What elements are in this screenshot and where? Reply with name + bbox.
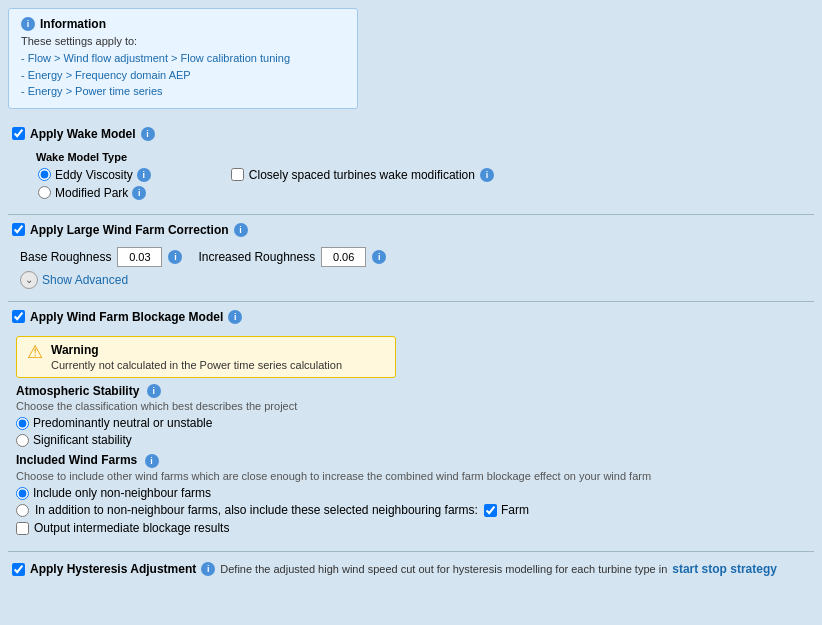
start-stop-strategy-link[interactable]: start stop strategy xyxy=(672,562,777,576)
atmospheric-stability-info-icon: i xyxy=(147,384,161,398)
eddy-viscosity-label: Eddy Viscosity xyxy=(55,168,133,182)
increased-roughness-input[interactable] xyxy=(321,247,366,267)
closely-spaced-info-icon: i xyxy=(480,168,494,182)
large-wind-farm-info-icon: i xyxy=(234,223,248,237)
wake-model-content: Wake Model Type Eddy Viscosity i Modifie… xyxy=(8,143,814,208)
wake-model-radios: Eddy Viscosity i Modified Park i xyxy=(16,166,151,202)
eddy-viscosity-info-icon: i xyxy=(137,168,151,182)
base-roughness-label: Base Roughness xyxy=(20,250,111,264)
included-wind-farms-title: Included Wind Farms i xyxy=(16,453,806,468)
include-only-non-neighbour-label: Include only non-neighbour farms xyxy=(33,486,211,500)
significant-stability-label: Significant stability xyxy=(33,433,132,447)
increased-roughness-label: Increased Roughness xyxy=(198,250,315,264)
predominantly-neutral-label: Predominantly neutral or unstable xyxy=(33,416,212,430)
hysteresis-checkbox[interactable] xyxy=(12,563,25,576)
in-addition-radio[interactable] xyxy=(16,504,29,517)
warning-icon: ⚠ xyxy=(27,341,43,363)
modified-park-row: Modified Park i xyxy=(38,186,151,200)
modified-park-radio[interactable] xyxy=(38,186,51,199)
wake-model-section: Apply Wake Model i Wake Model Type Eddy … xyxy=(8,119,814,215)
wind-farm-blockage-section: Apply Wind Farm Blockage Model i ⚠ Warni… xyxy=(8,302,814,553)
wind-farm-blockage-header: Apply Wind Farm Blockage Model i xyxy=(8,308,814,326)
included-wind-farms-desc: Choose to include other wind farms which… xyxy=(16,470,806,482)
info-box-apply-text: These settings apply to: xyxy=(21,35,345,47)
info-box-link-energy-aep[interactable]: - Energy > Frequency domain AEP xyxy=(21,67,345,84)
eddy-viscosity-radio[interactable] xyxy=(38,168,51,181)
wind-farm-blockage-info-icon: i xyxy=(228,310,242,324)
wind-farm-blockage-checkbox[interactable] xyxy=(12,310,25,323)
show-advanced-label: Show Advanced xyxy=(42,273,128,287)
large-wind-farm-checkbox[interactable] xyxy=(12,223,25,236)
significant-stability-radio[interactable] xyxy=(16,434,29,447)
output-intermediate-checkbox[interactable] xyxy=(16,522,29,535)
atmospheric-stability-desc: Choose the classification which best des… xyxy=(16,400,806,412)
info-box: i Information These settings apply to: -… xyxy=(8,8,358,109)
hysteresis-label: Apply Hysteresis Adjustment xyxy=(30,562,196,576)
warning-title: Warning xyxy=(51,343,342,357)
in-addition-row: In addition to non-neighbour farms, also… xyxy=(16,503,806,517)
modified-park-label: Modified Park xyxy=(55,186,128,200)
atmospheric-stability-title: Atmospheric Stability i xyxy=(16,384,806,399)
output-intermediate-row: Output intermediate blockage results xyxy=(16,521,806,535)
predominantly-neutral-radio[interactable] xyxy=(16,417,29,430)
wake-model-info-icon: i xyxy=(141,127,155,141)
closely-spaced-row: Closely spaced turbines wake modificatio… xyxy=(231,168,494,182)
info-box-link-flow[interactable]: - Flow > Wind flow adjustment > Flow cal… xyxy=(21,50,345,67)
wind-farm-blockage-label: Apply Wind Farm Blockage Model xyxy=(30,310,223,324)
modified-park-info-icon: i xyxy=(132,186,146,200)
info-icon: i xyxy=(21,17,35,31)
warning-box: ⚠ Warning Currently not calculated in th… xyxy=(16,336,396,378)
warning-content: Warning Currently not calculated in the … xyxy=(51,343,342,371)
base-roughness-input[interactable] xyxy=(117,247,162,267)
wake-model-header: Apply Wake Model i xyxy=(8,125,814,143)
closely-spaced-checkbox[interactable] xyxy=(231,168,244,181)
closely-spaced-label: Closely spaced turbines wake modificatio… xyxy=(249,168,475,182)
significant-stability-row: Significant stability xyxy=(16,433,806,447)
wind-farm-blockage-content: ⚠ Warning Currently not calculated in th… xyxy=(8,326,814,546)
hysteresis-desc: Define the adjusted high wind speed cut … xyxy=(220,563,667,575)
hysteresis-header: Apply Hysteresis Adjustment i Define the… xyxy=(8,558,814,580)
included-wind-farms-info-icon: i xyxy=(145,454,159,468)
main-container: i Information These settings apply to: -… xyxy=(0,0,822,625)
hysteresis-section: Apply Hysteresis Adjustment i Define the… xyxy=(8,552,814,586)
include-only-non-neighbour-row: Include only non-neighbour farms xyxy=(16,486,806,500)
info-box-link-energy-power[interactable]: - Energy > Power time series xyxy=(21,83,345,100)
wake-model-checkbox[interactable] xyxy=(12,127,25,140)
wake-model-label: Apply Wake Model xyxy=(30,127,136,141)
eddy-viscosity-row: Eddy Viscosity i xyxy=(38,168,151,182)
farm-label: Farm xyxy=(501,503,529,517)
farm-checkbox-container: Farm xyxy=(484,503,529,517)
chevron-down-icon: ⌄ xyxy=(20,271,38,289)
large-wind-farm-content: Base Roughness i Increased Roughness i ⌄… xyxy=(8,239,814,295)
base-roughness-info-icon: i xyxy=(168,250,182,264)
farm-checkbox[interactable] xyxy=(484,504,497,517)
show-advanced-button[interactable]: ⌄ Show Advanced xyxy=(20,271,806,289)
wake-model-type-label: Wake Model Type xyxy=(36,151,806,163)
info-box-title: i Information xyxy=(21,17,345,31)
include-only-non-neighbour-radio[interactable] xyxy=(16,487,29,500)
output-intermediate-label: Output intermediate blockage results xyxy=(34,521,229,535)
in-addition-label: In addition to non-neighbour farms, also… xyxy=(35,503,478,517)
large-wind-farm-header: Apply Large Wind Farm Correction i xyxy=(8,221,814,239)
warning-text: Currently not calculated in the Power ti… xyxy=(51,359,342,371)
predominantly-neutral-row: Predominantly neutral or unstable xyxy=(16,416,806,430)
large-wind-farm-section: Apply Large Wind Farm Correction i Base … xyxy=(8,215,814,302)
hysteresis-info-icon: i xyxy=(201,562,215,576)
roughness-fields-row: Base Roughness i Increased Roughness i xyxy=(20,247,806,267)
large-wind-farm-label: Apply Large Wind Farm Correction xyxy=(30,223,229,237)
increased-roughness-info-icon: i xyxy=(372,250,386,264)
